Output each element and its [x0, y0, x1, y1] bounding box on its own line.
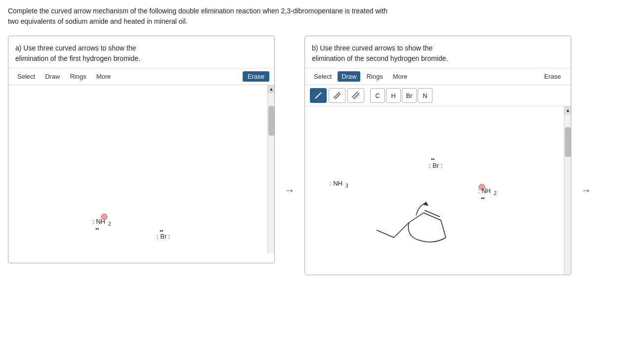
svg-line-19 [315, 93, 321, 98]
svg-line-33 [394, 223, 409, 238]
triple-bond-btn[interactable] [347, 88, 364, 103]
svg-line-22 [352, 92, 358, 97]
panel-a-scrollbar[interactable]: ▲ [267, 85, 274, 253]
svg-text:: NH: : NH [330, 180, 343, 187]
panel-b-drawing-area[interactable]: : NH 3 •• : Br : : NH 2 •• [305, 106, 571, 275]
draw-button-b[interactable]: Draw [338, 71, 360, 82]
more-button-b[interactable]: More [389, 71, 412, 82]
rings-button-a[interactable]: Rings [66, 71, 90, 82]
single-bond-btn[interactable] [310, 88, 327, 103]
svg-text:••: •• [160, 228, 164, 234]
atom-Br-btn[interactable]: Br [402, 88, 417, 103]
svg-text:2: 2 [108, 221, 111, 227]
svg-line-38 [441, 220, 446, 238]
svg-text:3: 3 [345, 183, 348, 189]
rings-button-b[interactable]: Rings [362, 71, 386, 82]
panel-a-scroll-thumb[interactable] [268, 106, 274, 136]
atom-group: C H Br N [370, 88, 432, 103]
bond-toolbar-b: C H Br N [305, 85, 571, 106]
panel-a-header: a) Use three curved arrows to show the e… [8, 36, 274, 68]
question-text: Complete the curved arrow mechanism of t… [8, 6, 626, 27]
svg-text:: Br :: : Br : [429, 162, 442, 169]
erase-button-b[interactable]: Erase [539, 71, 566, 82]
molecule-b-svg: : NH 3 •• : Br : : NH 2 •• [305, 106, 547, 270]
panels-container: a) Use three curved arrows to show the e… [8, 36, 636, 275]
double-bond-btn[interactable] [329, 88, 345, 103]
panel-a: a) Use three curved arrows to show the e… [8, 36, 275, 263]
erase-button-a[interactable]: Erase [243, 71, 269, 82]
svg-text:: NH: : NH [478, 187, 491, 194]
svg-point-12 [101, 214, 107, 220]
reaction-arrow-2: → [571, 36, 601, 197]
select-button-b[interactable]: Select [310, 71, 336, 82]
single-bond-icon [314, 91, 323, 100]
svg-text:2: 2 [494, 191, 497, 196]
select-button-a[interactable]: Select [13, 71, 39, 82]
panel-a-scroll-up[interactable]: ▲ [268, 85, 274, 93]
reaction-arrow: → [275, 36, 304, 197]
svg-line-34 [377, 230, 394, 238]
svg-line-21 [335, 94, 341, 99]
panel-b-scroll-thumb[interactable] [565, 127, 571, 157]
panel-b-scroll-up[interactable]: ▲ [564, 106, 571, 114]
atom-N-btn[interactable]: N [418, 88, 432, 103]
panel-a-drawing-area[interactable]: : NH₂ •• : Br : •• H : NH 2 [8, 85, 274, 253]
panel-a-toolbar: Select Draw Rings More Erase [8, 68, 274, 85]
more-button-a[interactable]: More [92, 71, 115, 82]
panel-b-header: b) Use three curved arrows to show the e… [305, 36, 571, 68]
panel-b-toolbar: Select Draw Rings More Erase [305, 68, 571, 85]
molecule-a-svg: : NH₂ •• : Br : •• H : NH 2 [8, 85, 260, 248]
svg-text:••: •• [431, 156, 435, 162]
svg-line-37 [425, 210, 440, 217]
panel-b: b) Use three curved arrows to show the e… [304, 36, 571, 275]
atom-H-btn[interactable]: H [386, 88, 401, 103]
triple-bond-icon [351, 91, 360, 100]
atom-C-btn[interactable]: C [370, 88, 385, 103]
double-bond-icon [333, 91, 342, 100]
svg-text:••: •• [481, 195, 485, 201]
svg-text:: Br :: : Br : [157, 233, 170, 240]
panel-b-scrollbar[interactable]: ▲ [564, 106, 571, 275]
svg-text:••: •• [95, 226, 99, 232]
draw-button-a[interactable]: Draw [41, 71, 64, 82]
